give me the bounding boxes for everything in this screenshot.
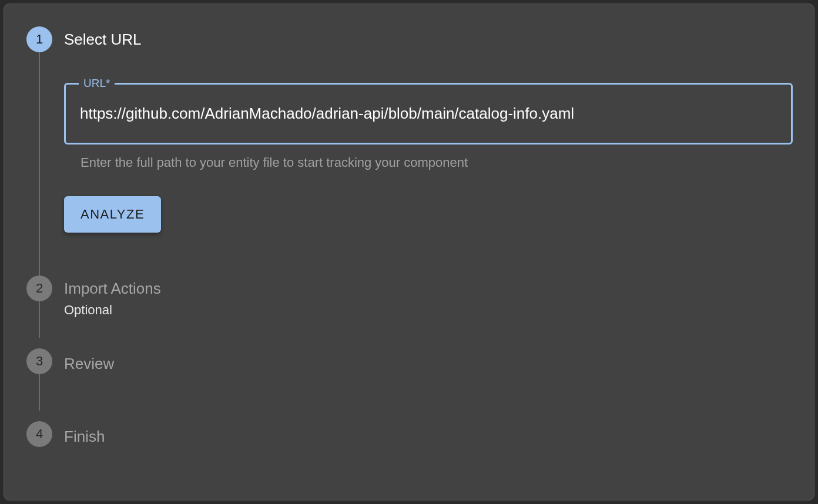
- wizard-panel: 1 Select URL URL* Enter the full path to…: [4, 4, 814, 500]
- url-helper-text: Enter the full path to your entity file …: [64, 155, 793, 170]
- step-3-circle: 3: [26, 348, 52, 374]
- step-connector: [39, 374, 40, 411]
- analyze-button[interactable]: ANALYZE: [64, 196, 161, 233]
- step-1-title: Select URL: [64, 29, 793, 50]
- url-input-wrap: URL*: [64, 83, 793, 145]
- step-4-body: Finish: [53, 421, 793, 447]
- step-2-subtitle: Optional: [64, 303, 793, 318]
- step-indicator-column: 1: [25, 26, 53, 275]
- step-connector: [39, 301, 40, 338]
- step-review: 3 Review: [25, 348, 793, 411]
- step-2-circle: 2: [26, 275, 52, 301]
- step-1-circle: 1: [26, 26, 52, 52]
- step-1-content: URL* Enter the full path to your entity …: [64, 50, 793, 261]
- step-import-actions: 2 Import Actions Optional: [25, 275, 793, 338]
- step-2-body: Import Actions Optional: [53, 275, 793, 318]
- step-indicator-column: 2: [25, 275, 53, 338]
- step-indicator-column: 4: [25, 421, 53, 447]
- step-3-title: Review: [64, 353, 793, 374]
- step-connector: [39, 52, 40, 275]
- step-1-body: Select URL URL* Enter the full path to y…: [53, 26, 793, 261]
- step-2-title: Import Actions: [64, 278, 793, 299]
- step-finish: 4 Finish: [25, 421, 793, 447]
- url-field-label: URL*: [79, 77, 115, 90]
- stepper: 1 Select URL URL* Enter the full path to…: [25, 26, 793, 447]
- step-4-title: Finish: [64, 426, 793, 447]
- step-indicator-column: 3: [25, 348, 53, 411]
- url-input[interactable]: [66, 85, 791, 143]
- step-4-circle: 4: [26, 421, 52, 447]
- step-3-body: Review: [53, 348, 793, 374]
- step-select-url: 1 Select URL URL* Enter the full path to…: [25, 26, 793, 275]
